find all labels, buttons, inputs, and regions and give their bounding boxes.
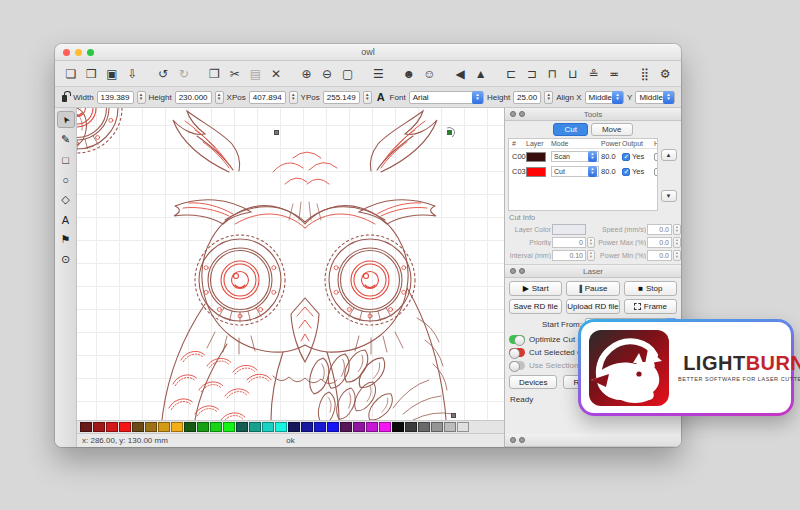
power-max-field[interactable]: 0.0 [647,237,672,248]
export-icon[interactable]: ⇩ [126,68,140,80]
power-max-stepper[interactable] [673,237,681,248]
mode-select[interactable]: Cut [551,166,599,177]
speed-field[interactable]: 0.0 [647,224,672,235]
delete-icon[interactable]: ✕ [269,68,283,80]
output-checkbox[interactable] [622,153,630,161]
pause-button[interactable]: ∥Pause [566,281,619,296]
panel-float-icon[interactable] [519,268,525,274]
save-icon[interactable]: ▣ [105,68,119,80]
optimize-cut-path-toggle[interactable] [509,335,525,344]
text-tool-icon[interactable]: A [57,211,75,228]
position-tool-icon[interactable]: ⚑ [57,231,75,248]
zoom-window-icon[interactable] [87,49,94,56]
close-window-icon[interactable] [63,49,70,56]
select-tool-icon[interactable]: ➤ [57,111,75,128]
priority-stepper[interactable] [587,237,595,248]
align-top-icon[interactable]: ⊓ [546,68,560,80]
layer-row[interactable]: C00 Scan 80.0 [509,149,657,164]
zoom-in-icon[interactable]: ⊕ [300,68,314,80]
palette-swatch[interactable] [405,422,417,432]
save-rd-file-button[interactable]: Save RD file [509,299,562,314]
palette-swatch[interactable] [353,422,365,432]
lock-aspect-icon[interactable] [62,95,67,102]
draw-lines-tool-icon[interactable]: ✎ [57,131,75,148]
preview-icon[interactable]: ☰ [372,68,386,80]
width-field[interactable]: 139.389 [97,91,134,104]
palette-swatch[interactable] [210,422,222,432]
tab-move[interactable]: Move [591,123,633,136]
mirror-vertical-icon[interactable]: ▲ [474,68,488,80]
hide-checkbox[interactable] [654,153,657,161]
start-button[interactable]: ▶Start [509,281,562,296]
palette-swatch[interactable] [431,422,443,432]
height-stepper[interactable] [215,91,224,104]
panel-float-icon[interactable] [519,111,525,117]
interval-field[interactable]: 0.10 [552,250,586,261]
frame-selection-icon[interactable]: ▢ [341,68,355,80]
output-checkbox[interactable] [622,168,630,176]
panel-close-icon[interactable] [510,111,516,117]
group-icon[interactable]: ☻ [402,68,416,80]
hide-checkbox[interactable] [654,168,657,176]
align-y-select[interactable]: Middle [635,91,675,104]
palette-swatch[interactable] [444,422,456,432]
palette-swatch[interactable] [288,422,300,432]
palette-swatch[interactable] [301,422,313,432]
palette-swatch[interactable] [262,422,274,432]
layer-row[interactable]: C03 Cut 80.0 [509,164,657,179]
use-selection-origin-toggle[interactable] [509,361,525,370]
move-layer-up-icon[interactable]: ▲ [661,149,677,161]
font-select[interactable]: Arial [409,91,484,104]
palette-swatch[interactable] [379,422,391,432]
palette-swatch[interactable] [366,422,378,432]
palette-swatch[interactable] [275,422,287,432]
priority-field[interactable]: 0 [552,237,586,248]
ypos-field[interactable]: 255.149 [323,91,360,104]
layer-color-field[interactable] [552,224,586,235]
palette-swatch[interactable] [171,422,183,432]
palette-swatch[interactable] [340,422,352,432]
palette-swatch[interactable] [158,422,170,432]
align-bottom-icon[interactable]: ⊔ [566,68,580,80]
grid-array-icon[interactable]: ⣿ [638,68,652,80]
frame-button[interactable]: Frame [624,299,677,314]
move-layer-down-icon[interactable]: ▼ [661,190,677,202]
palette-swatch[interactable] [106,422,118,432]
palette-swatch[interactable] [457,422,469,432]
cut-selected-toggle[interactable] [509,348,525,357]
distribute-vertical-icon[interactable]: ≗ [587,68,601,80]
undo-icon[interactable]: ↺ [156,68,170,80]
zoom-out-icon[interactable]: ⊖ [320,68,334,80]
copy-icon[interactable]: ❐ [207,68,221,80]
palette-swatch[interactable] [119,422,131,432]
ellipse-tool-icon[interactable]: ○ [57,171,75,188]
devices-button[interactable]: Devices [509,375,557,389]
design-canvas[interactable] [77,108,504,420]
layer-color-swatch[interactable] [526,167,546,177]
ungroup-icon[interactable]: ☺ [423,68,437,80]
view-tool-icon[interactable]: ⊙ [57,251,75,268]
open-file-icon[interactable]: ❒ [85,68,99,80]
interval-stepper[interactable] [587,250,595,261]
power-min-field[interactable]: 0.0 [647,250,672,261]
owl-drawing[interactable] [77,108,504,420]
xpos-field[interactable]: 407.894 [249,91,286,104]
power-min-stepper[interactable] [673,250,681,261]
speed-stepper[interactable] [673,224,681,235]
palette-swatch[interactable] [392,422,404,432]
align-right-icon[interactable]: ⊐ [525,68,539,80]
panel-close-icon[interactable] [510,437,516,443]
selection-handle-top[interactable] [274,130,279,135]
text-height-stepper[interactable] [544,91,553,104]
align-x-select[interactable]: Middle [585,91,625,104]
text-height-field[interactable]: 25.00 [513,91,541,104]
palette-swatch[interactable] [249,422,261,432]
panel-close-icon[interactable] [510,268,516,274]
polygon-tool-icon[interactable]: ◇ [57,191,75,208]
palette-swatch[interactable] [184,422,196,432]
paste-icon[interactable]: ▤ [249,68,263,80]
palette-swatch[interactable] [223,422,235,432]
mode-select[interactable]: Scan [551,151,599,162]
new-file-icon[interactable]: ❏ [64,68,78,80]
xpos-stepper[interactable] [289,91,298,104]
